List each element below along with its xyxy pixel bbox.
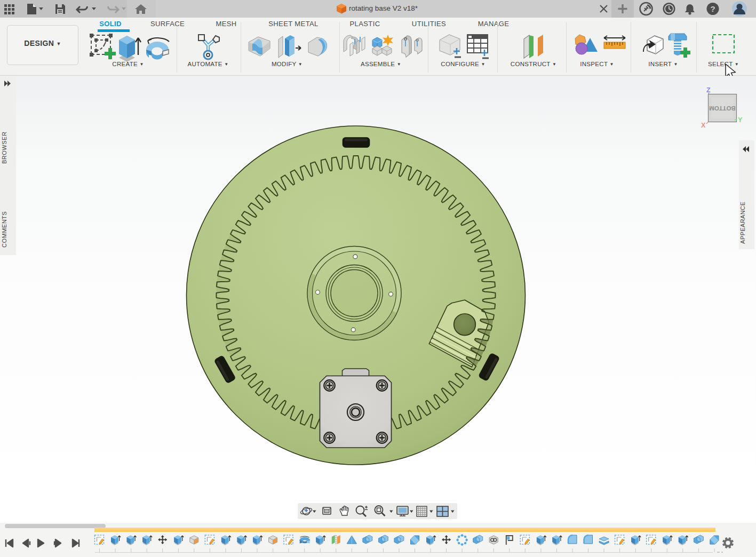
- svg-text:X: X: [701, 122, 706, 129]
- svg-text:Z: Z: [706, 86, 711, 94]
- svg-text:?: ?: [710, 4, 715, 13]
- svg-text:BOTTOM: BOTTOM: [709, 105, 736, 112]
- svg-text:Y: Y: [738, 116, 743, 124]
